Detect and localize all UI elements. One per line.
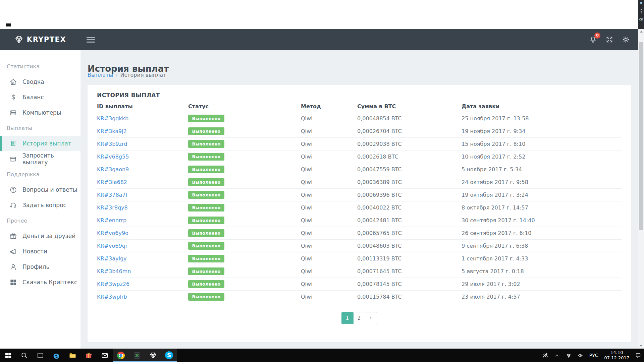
payout-row: KR#vo69qr Выполнено Qiwi 0,00048603 BTC … (97, 240, 622, 252)
amount-cell: 0,00042481 BTC (357, 217, 462, 224)
scroll-down-icon[interactable] (640, 345, 642, 347)
payout-row: KR#3gaon9 Выполнено Qiwi 0,00047559 BTC … (97, 163, 622, 176)
pagination-next-button[interactable]: › (365, 312, 377, 324)
payout-id-link[interactable]: KR#3ka9j2 (97, 128, 127, 134)
start-icon (4, 352, 12, 359)
payout-id-link[interactable]: KR#3ggkkb (97, 115, 128, 122)
payout-id-link[interactable]: KR#3gaon9 (97, 166, 129, 173)
taskbar-kryptex-icon[interactable] (145, 349, 161, 362)
windows-icon (9, 278, 17, 286)
payout-row: KR#3ka9j2 Выполнено Qiwi 0,00026704 BTC … (97, 125, 622, 138)
date-cell: 19 ноября 2017 г. 9:34 (462, 128, 622, 134)
language-indicator[interactable]: РУС (586, 349, 601, 362)
date-cell: 10 ноября 2017 г. 2:52 (462, 154, 622, 160)
payout-id-link[interactable]: KR#3la682 (97, 179, 127, 185)
taskbar-task-view-button[interactable] (32, 349, 48, 362)
volume-icon (577, 352, 584, 359)
tray-show-hidden-button[interactable] (551, 349, 563, 362)
payout-id-link[interactable]: KR#3wpz26 (97, 281, 129, 287)
sidebar-item-computers[interactable]: Компьютеры (0, 105, 80, 120)
action-center-button[interactable] (632, 349, 644, 362)
method-cell: Qiwi (301, 217, 357, 224)
gift-icon (9, 232, 17, 240)
header-actions: 0 (589, 35, 638, 44)
system-tray: РУС 14:10 07.12.2017 (539, 349, 644, 362)
tray-network-button[interactable] (563, 349, 575, 362)
taskbar-store-icon[interactable] (80, 349, 97, 362)
scrollbar-thumb[interactable] (639, 42, 643, 230)
app-x-icon (133, 352, 141, 359)
brand-logo[interactable]: KRYPTEX (0, 35, 80, 44)
payout-id-link[interactable]: KR#3wplrb (97, 294, 127, 300)
payout-id-link[interactable]: KR#3r8qy8 (97, 204, 128, 211)
screen: × си KRYPTEX 0 Статис (0, 0, 644, 362)
taskbar-search-button[interactable] (16, 349, 32, 362)
app-header: KRYPTEX 0 (0, 29, 638, 50)
mail-icon (101, 352, 109, 359)
payout-id-link[interactable]: KR#378a7l (97, 192, 127, 198)
fullscreen-button[interactable] (605, 35, 614, 44)
payout-id-link[interactable]: KR#3aylgy (97, 255, 127, 262)
expand-icon (605, 36, 613, 44)
taskbar-app-icon[interactable] (129, 349, 145, 362)
tray-people-button[interactable] (539, 349, 551, 362)
payout-row: KR#ennrrp Выполнено Qiwi 0,00042481 BTC … (97, 214, 622, 227)
sidebar-item-news[interactable]: Новости (0, 244, 80, 259)
payout-id-link[interactable]: KR#v68g55 (97, 154, 129, 160)
sidebar: Статистика Сводка Баланс Компьютеры Выпл… (0, 50, 80, 349)
sidebar-item-balance[interactable]: Баланс (0, 89, 80, 105)
payout-id-link[interactable]: KR#ennrrp (97, 217, 126, 224)
vertical-scrollbar[interactable] (638, 29, 644, 349)
payout-row: KR#v68g55 Выполнено Qiwi 0,0002618 BTC 1… (97, 150, 622, 163)
pagination: 1 2 › (88, 312, 631, 324)
method-cell: Qiwi (301, 115, 357, 122)
tray-icons (539, 349, 586, 362)
taskbar-skype-icon[interactable]: S (161, 349, 177, 362)
payout-row: KR#vo6y9o Выполнено Qiwi 0,00065765 BTC … (97, 227, 622, 240)
method-cell: Qiwi (301, 166, 357, 173)
date-cell: 24 октября 2017 г. 9:58 (462, 179, 622, 185)
chevron-up-icon (554, 352, 560, 359)
settings-button[interactable] (622, 35, 630, 44)
pagination-page-1[interactable]: 1 (341, 312, 354, 324)
pagination-page-2[interactable]: 2 (353, 312, 365, 324)
date-cell: 30 сентября 2017 г. 14:40 (462, 217, 622, 224)
sidebar-item-payout-history[interactable]: История выплат (0, 136, 80, 151)
server-icon (9, 109, 17, 117)
tray-volume-button[interactable] (575, 349, 586, 362)
status-badge: Выполнено (188, 140, 224, 148)
column-header-method: Метод (301, 103, 357, 110)
sidebar-item-download[interactable]: Скачать Криптекс (0, 275, 80, 290)
payout-row: KR#3wpz26 Выполнено Qiwi 0,00078145 BTC … (97, 278, 622, 291)
sidebar-item-profile[interactable]: Профиль (0, 259, 80, 275)
menu-dots-icon[interactable] (641, 8, 642, 14)
taskbar-start-button[interactable] (0, 349, 16, 362)
payout-id-link[interactable]: KR#3b9zrd (97, 141, 127, 147)
payout-id-link[interactable]: KR#vo6y9o (97, 230, 128, 236)
sidebar-item-referral[interactable]: Деньги за друзей (0, 228, 80, 244)
taskbar-mail-icon[interactable] (97, 349, 113, 362)
kryptex-icon (149, 352, 157, 359)
hamburger-menu-button[interactable] (85, 34, 96, 45)
scroll-up-icon[interactable] (640, 31, 643, 33)
sidebar-item-faq[interactable]: Вопросы и ответы (0, 182, 80, 197)
sidebar-item-request-payout[interactable]: Запросить выплату (0, 151, 80, 167)
amount-cell: 0,00078145 BTC (357, 281, 462, 287)
breadcrumb-payouts-link[interactable]: Выплаты (88, 72, 113, 78)
status-badge: Выполнено (188, 127, 224, 135)
date-cell: 23 июля 2017 г. 4:57 (462, 294, 622, 300)
payout-id-link[interactable]: KR#3b46mn (97, 268, 131, 275)
taskbar-clock[interactable]: 14:10 07.12.2017 (601, 349, 632, 362)
close-icon[interactable]: × (639, 1, 643, 5)
sidebar-item-summary[interactable]: Сводка (0, 74, 80, 89)
payout-id-link[interactable]: KR#vo69qr (97, 243, 127, 249)
chrome-icon (117, 352, 125, 359)
taskbar-apps: e (0, 349, 177, 362)
sidebar-item-ask-question[interactable]: Задать вопрос (0, 197, 80, 213)
notifications-button[interactable]: 0 (589, 35, 597, 44)
breadcrumb: Выплаты/История выплат (88, 72, 166, 78)
taskbar-file-explorer-icon[interactable] (64, 349, 80, 362)
taskbar-edge-icon[interactable]: e (48, 349, 64, 362)
card-title: ИСТОРИЯ ВЫПЛАТ (88, 85, 631, 99)
taskbar-chrome-icon[interactable] (113, 349, 129, 362)
